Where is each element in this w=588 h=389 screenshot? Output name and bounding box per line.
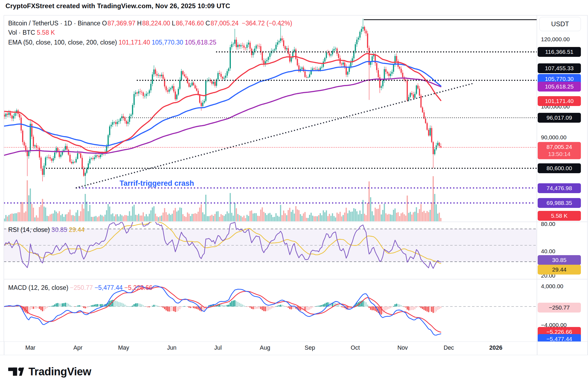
price-scale-badge: 87,005.2413:50:14 [538, 142, 581, 159]
ema-label: EMA (50, close, 100, close, 200, close) [8, 39, 117, 46]
legend-value: 30.85 [51, 226, 67, 233]
axis-separator [587, 342, 588, 355]
price-scale-badge: 69,988.35 [538, 198, 581, 208]
ohlc-value: 88,224.00 [142, 20, 170, 27]
price-scale-badge: 30.85 [538, 255, 581, 265]
legend-value: 101,171.40 [119, 39, 150, 46]
ohlc-value: 87,369.97 [107, 20, 135, 27]
price-scale-label: 4,000.00 [541, 283, 563, 290]
symbol-name: Bitcoin / TetherUS · 1D · Binance [8, 20, 100, 27]
rsi-values: 30.8529.44 [51, 226, 86, 233]
legend-value: −250.77 [70, 284, 93, 291]
ohlc-key: L [172, 20, 175, 27]
time-axis-label-mar[interactable]: Mar [25, 344, 35, 351]
macd-label: MACD (12, 26, close) [8, 284, 68, 291]
axis-separator [537, 342, 537, 355]
price-scale-badge: 74,476.98 [538, 183, 581, 193]
price-scale-badge: 101,171.40 [538, 96, 581, 106]
legend-value: −5,477.44 [95, 284, 123, 291]
ohlc-key: O [102, 20, 107, 27]
volume-value: 5.58 K [37, 29, 55, 36]
price-scale-badge: 116,366.51 [538, 47, 581, 57]
chart-plot-area[interactable] [0, 0, 588, 355]
axis-separator [4, 342, 4, 355]
time-axis-label-dec[interactable]: Dec [444, 344, 454, 351]
crash-annotation: Tarrif-triggered crash [120, 179, 194, 188]
time-axis-label-may[interactable]: May [118, 344, 129, 351]
ema-values: 101,171.40105,770.30105,618.25 [119, 39, 218, 46]
price-scale-badge: 107,455.33 [538, 63, 581, 73]
price-scale-badge: 5.58 K [538, 211, 581, 221]
price-scale-badge: 29.44 [538, 265, 581, 275]
price-scale-label: 120,000.00 [541, 36, 570, 43]
tradingview-chart-page: CryptoFXStreet created with TradingView.… [0, 0, 588, 389]
ohlc-value: 86,746.60 [176, 20, 204, 27]
ohlc-value: 87,005.24 [211, 20, 238, 27]
tradingview-logo[interactable]: TradingView [8, 366, 91, 378]
countdown-timer: 13:50:14 [538, 151, 581, 158]
time-axis-label-apr[interactable]: Apr [73, 344, 82, 351]
change-value: −364.72 (−0.42%) [242, 20, 292, 27]
legend-value: 29.44 [69, 226, 85, 233]
ohlc-key: C [205, 20, 210, 27]
volume-legend: Vol · BTC5.58 K [8, 29, 57, 36]
rsi-label: RSI (14, close) [8, 226, 50, 233]
tradingview-logo-text: TradingView [28, 366, 91, 378]
time-axis-label-jun[interactable]: Jun [167, 344, 177, 351]
symbol-legend: Bitcoin / TetherUS · 1D · BinanceO87,369… [8, 20, 294, 27]
time-axis-label-jul[interactable]: Jul [214, 344, 222, 351]
legend-value: 105,618.25 [185, 39, 216, 46]
volume-label: Vol · BTC [8, 29, 35, 36]
time-axis[interactable]: MarAprMayJunJulAugSepOctNovDec2026 [0, 341, 588, 355]
time-axis-label-sep[interactable]: Sep [305, 344, 315, 351]
price-scale-badge: 80,600.00 [538, 163, 581, 173]
price-scale-label: 80.00 [541, 221, 555, 227]
currency-toggle-button[interactable]: USDT [539, 17, 581, 31]
time-axis-label-nov[interactable]: Nov [397, 344, 408, 351]
ohlc-key: H [137, 20, 142, 27]
macd-legend: MACD (12, 26, close)−250.77−5,477.44−5,2… [8, 284, 156, 291]
legend-value: 105,770.30 [152, 39, 183, 46]
tradingview-logo-icon [8, 366, 24, 378]
price-scale-badge: 105,618.25 [538, 82, 581, 92]
price-scale-label: 90,000.00 [541, 134, 566, 141]
time-axis-label-aug[interactable]: Aug [260, 344, 270, 351]
time-axis-label-oct[interactable]: Oct [351, 344, 360, 351]
price-scale-badge: 96,017.09 [538, 113, 581, 123]
ohlc-values: O87,369.97H88,224.00L86,746.60C87,005.24 [102, 20, 240, 27]
legend-value: −5,226.66 [124, 284, 153, 291]
price-scale-badge: −250.77 [538, 303, 581, 313]
time-axis-label-2026[interactable]: 2026 [489, 344, 502, 351]
macd-values: −250.77−5,477.44−5,226.66 [70, 284, 154, 291]
rsi-legend: RSI (14, close)30.8529.44 [8, 226, 88, 234]
ema-legend: EMA (50, close, 100, close, 200, close)1… [8, 39, 220, 46]
price-scale-label: 40.00 [541, 248, 555, 255]
